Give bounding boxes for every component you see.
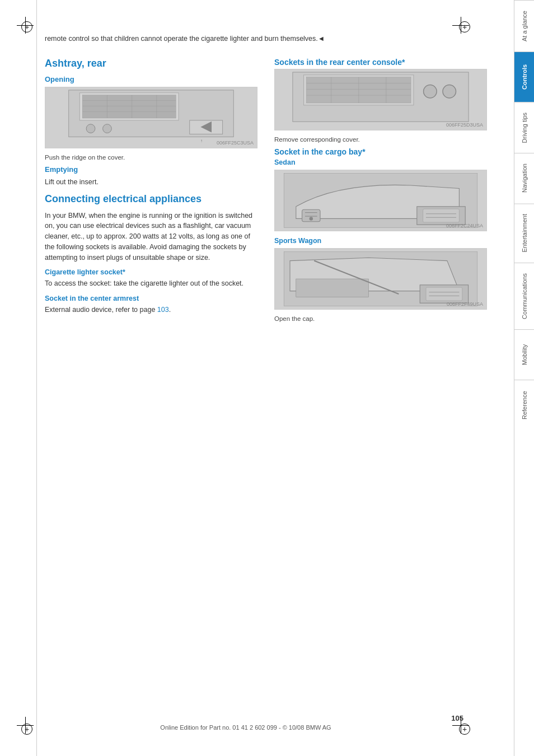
opening-subheading: Opening	[45, 75, 257, 83]
emptying-text: Lift out the insert.	[45, 177, 257, 188]
img-badge-cargo-wagon: 006FF2F49USA	[447, 301, 483, 307]
tab-controls[interactable]: Controls	[514, 52, 535, 102]
sports-wagon-label: Sports Wagon	[274, 237, 487, 245]
svg-point-24	[443, 85, 456, 98]
cargo-sedan-illustration: 006FF2C24USA	[274, 170, 487, 231]
svg-rect-2	[82, 95, 176, 118]
svg-point-10	[103, 124, 112, 133]
cargo-wagon-illustration: 006FF2F49USA	[274, 248, 487, 310]
tab-driving-tips[interactable]: Driving tips	[514, 102, 535, 153]
ashtray-illustration: ↑ 006FF25C3USA	[45, 87, 257, 148]
img-badge-rear-console: 006FF25D3USA	[446, 122, 483, 128]
svg-text:↑: ↑	[200, 138, 203, 143]
svg-rect-38	[426, 287, 462, 301]
svg-point-23	[424, 85, 437, 98]
intro-text: remote control so that children cannot o…	[45, 34, 491, 44]
img-badge-cargo-sedan: 006FF2C24USA	[446, 223, 483, 228]
tab-communications[interactable]: Communications	[514, 263, 535, 329]
circle-mark-tr	[459, 21, 470, 32]
svg-point-9	[86, 124, 95, 133]
circle-mark-tl	[21, 21, 32, 32]
tab-mobility[interactable]: Mobility	[514, 329, 535, 380]
tab-at-a-glance[interactable]: At a glance	[514, 0, 535, 52]
sockets-rear-caption: Remove corresponding cover.	[274, 136, 487, 143]
page-number: 105	[451, 714, 463, 722]
connecting-heading: Connecting electrical appliances	[45, 193, 257, 205]
main-content: remote control so that children cannot o…	[0, 0, 514, 756]
cigarette-lighter-heading: Cigarette lighter socket*	[45, 268, 257, 276]
tab-entertainment[interactable]: Entertainment	[514, 203, 535, 262]
center-armrest-page-link[interactable]: 103	[157, 306, 169, 314]
svg-rect-31	[423, 209, 460, 222]
cigarette-lighter-text: To access the socket: take the cigarette…	[45, 278, 257, 289]
cargo-bay-heading: Socket in the cargo bay*	[274, 147, 487, 156]
opening-caption: Push the ridge on the cover.	[45, 154, 257, 161]
ashtray-heading: Ashtray, rear	[45, 58, 257, 69]
center-armrest-heading: Socket in the center armrest	[45, 295, 257, 302]
connecting-body: In your BMW, when the engine is running …	[45, 211, 257, 263]
sedan-label: Sedan	[274, 158, 487, 166]
right-column: Sockets in the rear center console*	[274, 58, 487, 326]
decorative-line	[36, 0, 37, 756]
emptying-subheading: Emptying	[45, 165, 257, 174]
tab-reference[interactable]: Reference	[514, 380, 535, 430]
sports-wagon-caption: Open the cap.	[274, 315, 487, 322]
rear-console-illustration: 006FF25D3USA	[274, 69, 487, 130]
center-armrest-text: External audio device, refer to page 103…	[45, 305, 257, 315]
svg-rect-35	[296, 279, 369, 297]
page-footer: Online Edition for Part no. 01 41 2 602 …	[0, 724, 491, 731]
center-armrest-text-pre: External audio device, refer to page	[45, 306, 157, 314]
content-columns: Ashtray, rear Opening	[45, 58, 491, 326]
img-badge-ashtray: 006FF25C3USA	[217, 140, 254, 146]
sockets-rear-heading: Sockets in the rear center console*	[274, 58, 487, 67]
left-column: Ashtray, rear Opening	[45, 58, 257, 326]
sidebar-tabs: At a glance Controls Driving tips Naviga…	[514, 0, 534, 756]
tab-navigation[interactable]: Navigation	[514, 153, 535, 203]
svg-point-29	[310, 217, 313, 220]
